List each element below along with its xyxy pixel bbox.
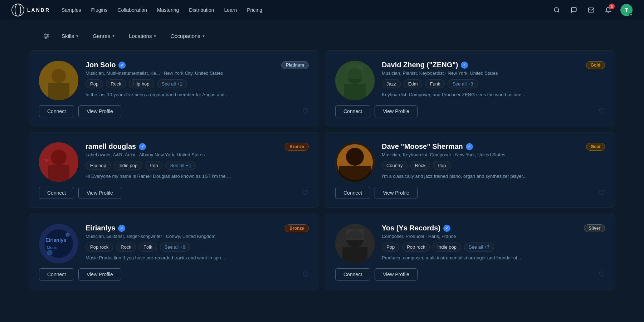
logo[interactable]: LANDR — [11, 4, 50, 16]
genre-tag-more[interactable]: See all +1 — [157, 79, 187, 88]
svg-rect-33 — [342, 247, 367, 263]
occupations-filter[interactable]: Occupations ▾ — [165, 30, 210, 42]
genre-tag-more[interactable]: See all +4 — [165, 161, 195, 170]
svg-point-8 — [45, 37, 47, 38]
verified-badge: ✓ — [461, 62, 468, 69]
view-profile-button[interactable]: View Profile — [375, 105, 418, 117]
tier-badge: Platinum — [281, 61, 309, 69]
connect-button[interactable]: Connect — [39, 105, 74, 117]
profile-info: ramell douglas ✓ Bronze Label owner, A&R… — [86, 142, 309, 180]
genre-tag: Indie pop — [433, 243, 461, 252]
main-content: Skills ▾ Genres ▾ Locations ▾ Occupation… — [0, 0, 644, 304]
favorite-button[interactable]: ♡ — [302, 107, 309, 116]
connect-button[interactable]: Connect — [39, 187, 74, 199]
profile-info: Yos (Ys Records) ✓ Silver Composer, Prod… — [382, 224, 605, 262]
verified-badge: ✓ — [443, 225, 450, 232]
brand-name: LANDR — [27, 7, 50, 13]
genre-tag-more[interactable]: See all +6 — [160, 243, 190, 252]
nav-learn[interactable]: Learn — [224, 7, 237, 13]
profile-subtitle: Musician, Pianist, Keyboardist · New Yor… — [382, 70, 605, 76]
connect-button[interactable]: Connect — [335, 105, 370, 117]
svg-rect-19 — [48, 165, 69, 182]
profile-info: David Zheng ("ZENG") ✓ Gold Musician, Pi… — [382, 61, 605, 98]
svg-rect-12 — [48, 83, 69, 100]
genre-tag: Rock — [116, 243, 136, 252]
genre-tag-more[interactable]: See all +3 — [448, 79, 478, 88]
profiles-grid: Jon Solo ✓ Platinum Musician, Multi-inst… — [0, 50, 644, 304]
genres-filter[interactable]: Genres ▾ — [87, 30, 120, 42]
locations-filter[interactable]: Locations ▾ — [123, 30, 162, 42]
genre-tag: Pop — [86, 79, 103, 88]
profile-header: Dave "Moose" Sherman ✓ Gold Musician, Ke… — [335, 142, 605, 182]
genre-tags: Jazz Edm Funk See all +3 — [382, 79, 605, 88]
genres-label: Genres — [93, 33, 110, 39]
profile-name: Eirianlys — [86, 224, 115, 232]
svg-point-23 — [346, 148, 364, 166]
profile-header: Yos (Ys Records) ✓ Silver Composer, Prod… — [335, 224, 605, 263]
profile-name: David Zheng ("ZENG") — [382, 61, 458, 69]
search-button[interactable] — [552, 5, 562, 15]
profile-bio: I'm a classically and jazz trained piano… — [382, 173, 605, 180]
profile-header: Jon Solo ✓ Platinum Musician, Multi-inst… — [39, 61, 309, 100]
avatar: Eirianlys Music — [39, 224, 78, 263]
connect-button[interactable]: Connect — [335, 268, 370, 280]
favorite-button[interactable]: ♡ — [302, 270, 309, 279]
profile-actions: Connect View Profile ♡ — [39, 187, 309, 199]
profile-actions: Connect View Profile ♡ — [39, 105, 309, 117]
user-avatar[interactable]: T — [620, 4, 633, 16]
svg-rect-15 — [344, 84, 366, 100]
name-row: Eirianlys ✓ Bronze — [86, 224, 309, 232]
genre-tag: Pop — [145, 161, 162, 170]
nav-links: Samples Plugins Collaboration Mastering … — [62, 7, 552, 13]
name-row: Dave "Moose" Sherman ✓ Gold — [382, 142, 605, 151]
profile-subtitle: Label owner, A&R, Artist · Albany New Yo… — [86, 152, 309, 157]
navbar: LANDR Samples Plugins Collaboration Mast… — [0, 0, 644, 20]
genre-tag: Folk — [139, 243, 157, 252]
svg-point-7 — [47, 35, 48, 36]
genre-tag: Funk — [425, 79, 445, 88]
profile-actions: Connect View Profile ♡ — [39, 268, 309, 280]
view-profile-button[interactable]: View Profile — [375, 187, 418, 199]
profile-name: Yos (Ys Records) — [382, 224, 440, 232]
nav-plugins[interactable]: Plugins — [91, 7, 107, 13]
name-row: Jon Solo ✓ Platinum — [86, 61, 309, 69]
tier-badge: Bronze — [285, 224, 309, 232]
nav-collaboration[interactable]: Collaboration — [117, 7, 147, 13]
genre-tag: Pop rock — [86, 243, 113, 252]
profile-info: Dave "Moose" Sherman ✓ Gold Musician, Ke… — [382, 142, 605, 180]
svg-point-30 — [65, 233, 70, 237]
view-profile-button[interactable]: View Profile — [78, 187, 121, 199]
verified-badge: ✓ — [466, 143, 473, 150]
email-button[interactable] — [586, 5, 596, 15]
profile-header: David Zheng ("ZENG") ✓ Gold Musician, Pi… — [335, 61, 605, 100]
nav-mastering[interactable]: Mastering — [157, 7, 179, 13]
favorite-button[interactable]: ♡ — [599, 107, 605, 116]
nav-samples[interactable]: Samples — [62, 7, 81, 13]
profile-bio: Hi Everyone my name is Ramell Douglas al… — [86, 173, 309, 180]
avatar — [335, 61, 375, 100]
genre-tag-more[interactable]: See all +7 — [464, 243, 494, 252]
connect-button[interactable]: Connect — [335, 187, 370, 199]
favorite-button[interactable]: ♡ — [302, 189, 309, 197]
nav-distribution[interactable]: Distribution — [189, 7, 214, 13]
messages-button[interactable] — [569, 5, 579, 15]
occupations-chevron: ▾ — [203, 34, 205, 39]
nav-pricing[interactable]: Pricing — [247, 7, 262, 13]
filter-settings-button[interactable] — [43, 33, 50, 40]
view-profile-button[interactable]: View Profile — [78, 105, 121, 117]
skills-filter[interactable]: Skills ▾ — [56, 30, 84, 42]
profile-header: Eirianlys Music Eirianlys ✓ Bronze — [39, 224, 309, 263]
profile-name: Jon Solo — [86, 61, 116, 69]
occupations-label: Occupations — [170, 33, 200, 39]
favorite-button[interactable]: ♡ — [599, 270, 605, 279]
genre-tag: Pop — [382, 243, 399, 252]
notifications-button[interactable]: 2 — [603, 5, 613, 15]
view-profile-button[interactable]: View Profile — [375, 268, 418, 280]
view-profile-button[interactable]: View Profile — [78, 268, 121, 280]
genre-tag: Hip hop — [129, 79, 154, 88]
genre-tag: Country — [382, 161, 408, 170]
connect-button[interactable]: Connect — [39, 268, 74, 280]
favorite-button[interactable]: ♡ — [599, 189, 605, 197]
svg-point-29 — [47, 250, 53, 255]
name-row: David Zheng ("ZENG") ✓ Gold — [382, 61, 605, 69]
